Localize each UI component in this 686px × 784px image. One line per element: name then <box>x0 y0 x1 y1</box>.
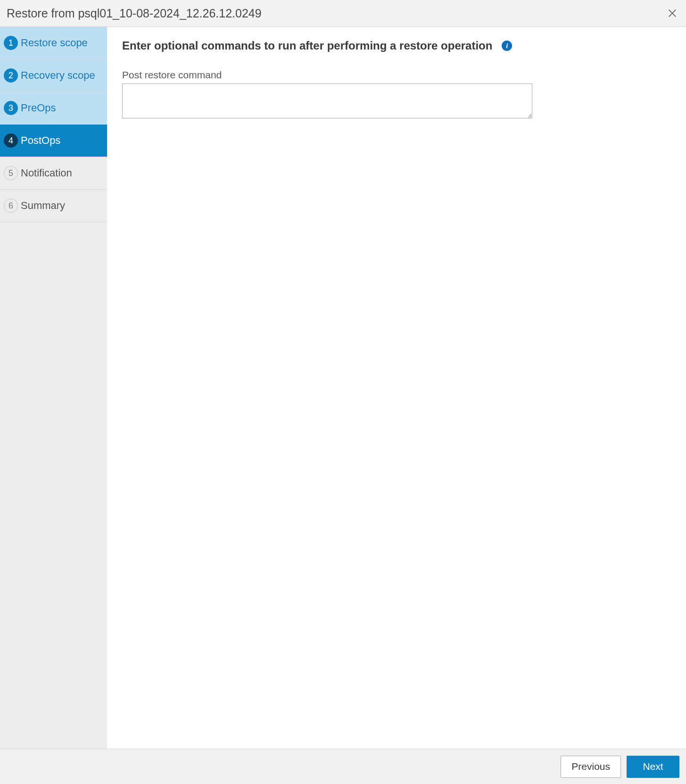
wizard-step-preops[interactable]: 3 PreOps <box>0 92 107 125</box>
dialog-title: Restore from psql01_10-08-2024_12.26.12.… <box>7 7 262 20</box>
previous-button[interactable]: Previous <box>561 756 621 778</box>
dialog-footer: Previous Next <box>0 749 686 784</box>
wizard-step-number: 5 <box>4 166 18 180</box>
dialog-header: Restore from psql01_10-08-2024_12.26.12.… <box>0 0 686 27</box>
main-heading-text: Enter optional commands to run after per… <box>122 39 492 52</box>
wizard-step-number: 2 <box>4 68 18 83</box>
wizard-step-label: Restore scope <box>21 37 88 49</box>
wizard-step-label: Recovery scope <box>21 69 95 82</box>
wizard-step-number: 1 <box>4 36 18 50</box>
post-restore-command-input[interactable] <box>122 83 532 118</box>
wizard-step-label: PostOps <box>21 134 60 147</box>
info-icon[interactable]: i <box>502 41 512 51</box>
wizard-step-number: 6 <box>4 199 18 213</box>
wizard-step-postops[interactable]: 4 PostOps <box>0 125 107 157</box>
wizard-step-label: Summary <box>21 200 65 212</box>
wizard-step-notification[interactable]: 5 Notification <box>0 157 107 190</box>
wizard-sidebar: 1 Restore scope 2 Recovery scope 3 PreOp… <box>0 27 107 749</box>
wizard-step-summary[interactable]: 6 Summary <box>0 190 107 222</box>
post-restore-command-label: Post restore command <box>122 69 686 81</box>
main-panel: Enter optional commands to run after per… <box>107 27 686 749</box>
close-icon <box>667 8 678 18</box>
dialog-body: 1 Restore scope 2 Recovery scope 3 PreOp… <box>0 27 686 749</box>
next-button[interactable]: Next <box>627 756 679 778</box>
wizard-step-label: Notification <box>21 167 72 179</box>
wizard-step-label: PreOps <box>21 102 56 114</box>
wizard-step-recovery-scope[interactable]: 2 Recovery scope <box>0 59 107 92</box>
close-button[interactable] <box>667 8 678 18</box>
wizard-step-restore-scope[interactable]: 1 Restore scope <box>0 27 107 59</box>
main-heading-row: Enter optional commands to run after per… <box>122 39 686 52</box>
wizard-step-number: 3 <box>4 101 18 115</box>
wizard-step-number: 4 <box>4 133 18 148</box>
